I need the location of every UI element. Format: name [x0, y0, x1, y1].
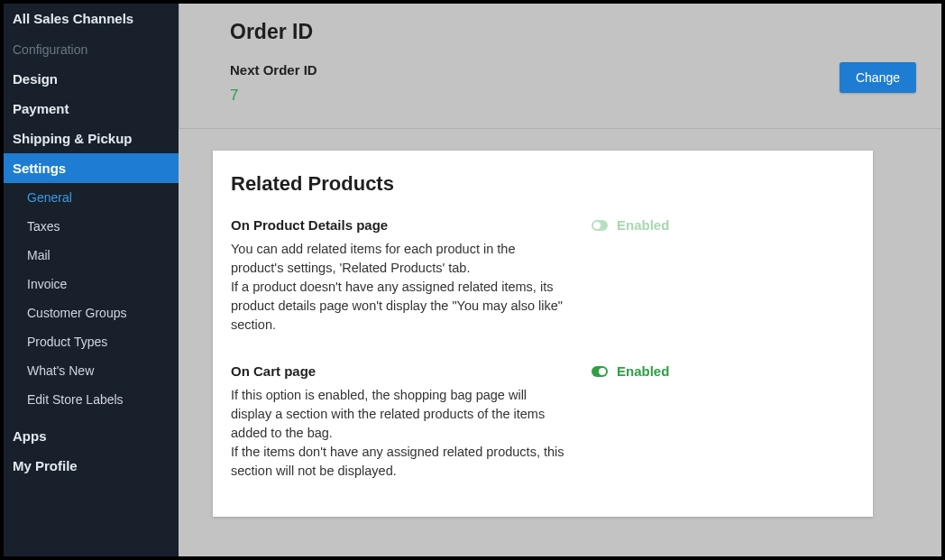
product-details-toggle-label: Enabled [617, 217, 669, 233]
main-content: Order ID Next Order ID 7 Change Related … [179, 4, 941, 556]
sidebar-subitem-taxes[interactable]: Taxes [4, 212, 179, 241]
change-button[interactable]: Change [839, 62, 916, 93]
sidebar-item-design[interactable]: Design [4, 64, 179, 94]
sidebar: All Sales Channels Configuration Design … [4, 4, 179, 556]
next-order-id-value: 7 [230, 87, 803, 105]
related-product-details-block: On Product Details page You can add rela… [231, 217, 848, 335]
product-details-toggle[interactable] [592, 220, 608, 231]
product-details-subtitle: On Product Details page [231, 217, 564, 233]
sidebar-subitem-product-types[interactable]: Product Types [4, 327, 179, 356]
cart-page-toggle[interactable] [592, 366, 608, 377]
sidebar-subitem-edit-store-labels[interactable]: Edit Store Labels [4, 385, 179, 414]
sidebar-item-all-sales-channels[interactable]: All Sales Channels [4, 4, 179, 33]
related-products-title: Related Products [231, 172, 848, 196]
cart-page-description: If this option is enabled, the shopping … [231, 386, 564, 481]
sidebar-item-apps[interactable]: Apps [4, 421, 179, 451]
cart-page-toggle-wrap: Enabled [592, 363, 848, 379]
sidebar-item-shipping-pickup[interactable]: Shipping & Pickup [4, 124, 179, 153]
cart-page-toggle-label: Enabled [617, 363, 669, 379]
sidebar-item-settings[interactable]: Settings [4, 153, 179, 183]
product-details-toggle-wrap: Enabled [592, 217, 848, 233]
cart-page-subtitle: On Cart page [231, 363, 564, 379]
sidebar-subitem-customer-groups[interactable]: Customer Groups [4, 298, 179, 327]
next-order-id-label: Next Order ID [230, 62, 803, 78]
sidebar-subitem-whats-new[interactable]: What's New [4, 356, 179, 385]
sidebar-subitem-general[interactable]: General [4, 183, 179, 212]
related-cart-page-block: On Cart page If this option is enabled, … [231, 363, 848, 481]
order-id-title: Order ID [230, 20, 916, 44]
order-id-card: Order ID Next Order ID 7 Change [179, 4, 941, 129]
product-details-description: You can add related items for each produ… [231, 240, 564, 335]
app-frame: All Sales Channels Configuration Design … [0, 0, 945, 560]
sidebar-item-payment[interactable]: Payment [4, 94, 179, 124]
sidebar-subitem-mail[interactable]: Mail [4, 241, 179, 270]
sidebar-item-my-profile[interactable]: My Profile [4, 451, 179, 481]
sidebar-section-configuration: Configuration [4, 33, 179, 64]
related-products-card: Related Products On Product Details page… [213, 151, 873, 517]
sidebar-subitem-invoice[interactable]: Invoice [4, 270, 179, 298]
